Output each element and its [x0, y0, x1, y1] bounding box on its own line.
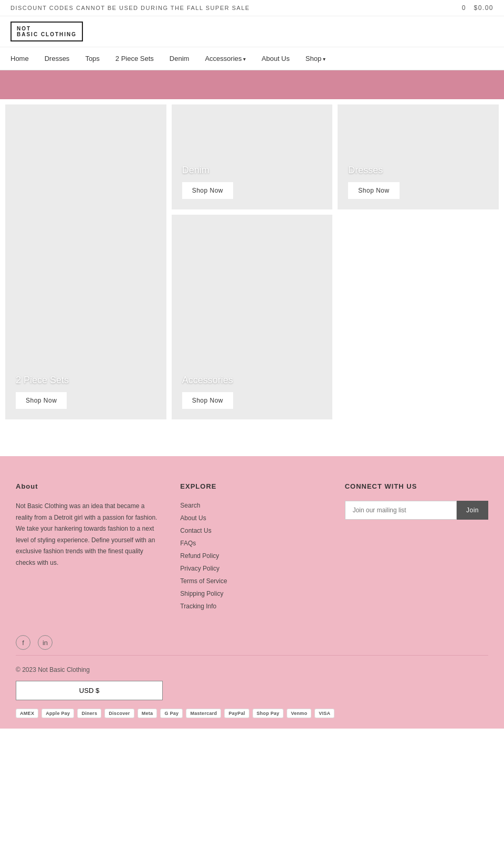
- mailing-form: Join: [345, 501, 488, 520]
- category-grid: 2 Piece Sets Shop Now Denim Shop Now Dre…: [0, 99, 504, 425]
- copyright-text: © 2023 Not Basic Clothing: [16, 666, 488, 673]
- nav-home[interactable]: Home: [10, 47, 29, 70]
- nav-denim[interactable]: Denim: [170, 47, 190, 70]
- cart-info: 0 $0.00: [462, 4, 494, 12]
- explore-link-terms: Terms of Service: [180, 576, 323, 585]
- footer-about-col: About Not Basic Clothing was an idea tha…: [16, 482, 159, 614]
- category-title-two-piece-sets: 2 Piece Sets: [16, 375, 156, 386]
- nav-about-us[interactable]: About Us: [261, 47, 289, 70]
- category-card-dresses: Dresses Shop Now: [338, 104, 499, 209]
- payment-discover: Discover: [104, 709, 134, 718]
- logo-line1: NOT: [17, 26, 77, 31]
- category-title-dresses: Dresses: [348, 165, 488, 176]
- footer-bottom: © 2023 Not Basic Clothing USD $ AMEX App…: [16, 655, 488, 718]
- shop-now-dresses[interactable]: Shop Now: [348, 182, 399, 199]
- explore-link-shipping: Shipping Policy: [180, 589, 323, 597]
- mailing-input[interactable]: [345, 501, 457, 520]
- payment-amex: AMEX: [16, 709, 38, 718]
- explore-link-privacy: Privacy Policy: [180, 564, 323, 572]
- payment-diners: Diners: [77, 709, 101, 718]
- footer-connect-col: CONNECT WITH US Join: [345, 482, 488, 614]
- connect-heading: CONNECT WITH US: [345, 482, 488, 490]
- about-heading: About: [16, 482, 159, 490]
- payment-applepay: Apple Pay: [41, 709, 74, 718]
- payment-googlepay: G Pay: [160, 709, 183, 718]
- explore-heading: EXPLORE: [180, 482, 323, 490]
- footer-explore-col: EXPLORE Search About Us Contact Us FAQs …: [180, 482, 323, 614]
- payment-meta: Meta: [138, 709, 158, 718]
- category-title-denim: Denim: [182, 165, 322, 176]
- explore-link-refund: Refund Policy: [180, 551, 323, 560]
- nav-2-piece-sets[interactable]: 2 Piece Sets: [116, 47, 154, 70]
- header: NOT BASIC CLOTHING: [0, 16, 504, 47]
- logo-line2: BASIC CLOTHING: [17, 31, 77, 37]
- explore-link-tracking: Tracking Info: [180, 602, 323, 610]
- facebook-icon[interactable]: f: [16, 635, 30, 650]
- payment-venmo: Venmo: [287, 709, 311, 718]
- cart-total: $0.00: [474, 4, 494, 12]
- category-card-denim: Denim Shop Now: [172, 104, 333, 209]
- explore-link-search: Search: [180, 501, 323, 509]
- explore-link-about: About Us: [180, 513, 323, 522]
- join-button[interactable]: Join: [457, 501, 488, 520]
- explore-link-contact: Contact Us: [180, 526, 323, 534]
- logo[interactable]: NOT BASIC CLOTHING: [10, 22, 83, 41]
- about-text: Not Basic Clothing was an idea that beca…: [16, 501, 159, 569]
- payment-visa: VISA: [314, 709, 334, 718]
- instagram-icon[interactable]: in: [38, 635, 52, 650]
- explore-link-faqs: FAQs: [180, 539, 323, 547]
- main-nav: Home Dresses Tops 2 Piece Sets Denim Acc…: [0, 47, 504, 70]
- footer-top: About Not Basic Clothing was an idea tha…: [16, 482, 488, 614]
- currency-selector[interactable]: USD $: [16, 681, 163, 700]
- payment-shoppay: Shop Pay: [253, 709, 284, 718]
- category-title-accessories: Accessories: [182, 375, 322, 386]
- category-card-two-piece-sets: 2 Piece Sets Shop Now: [5, 104, 166, 419]
- shop-now-two-piece-sets[interactable]: Shop Now: [16, 392, 67, 409]
- social-icons: f in: [16, 635, 488, 650]
- nav-tops[interactable]: Tops: [85, 47, 99, 70]
- nav-dresses[interactable]: Dresses: [45, 47, 70, 70]
- top-banner: DISCOUNT CODES CANNOT BE USED DURING THE…: [0, 0, 504, 16]
- cart-count: 0: [462, 4, 466, 12]
- banner-text: DISCOUNT CODES CANNOT BE USED DURING THE…: [10, 5, 250, 11]
- nav-accessories[interactable]: Accessories: [205, 47, 246, 70]
- shop-now-denim[interactable]: Shop Now: [182, 182, 233, 199]
- explore-links: Search About Us Contact Us FAQs Refund P…: [180, 501, 323, 610]
- category-card-accessories: Accessories Shop Now: [172, 215, 333, 419]
- nav-shop[interactable]: Shop: [306, 47, 326, 70]
- payment-mastercard: Mastercard: [186, 709, 221, 718]
- payment-icons: AMEX Apple Pay Diners Discover Meta G Pa…: [16, 709, 488, 718]
- payment-paypal: PayPal: [224, 709, 249, 718]
- shop-now-accessories[interactable]: Shop Now: [182, 392, 233, 409]
- hero-bar: [0, 70, 504, 99]
- footer: About Not Basic Clothing was an idea tha…: [0, 456, 504, 729]
